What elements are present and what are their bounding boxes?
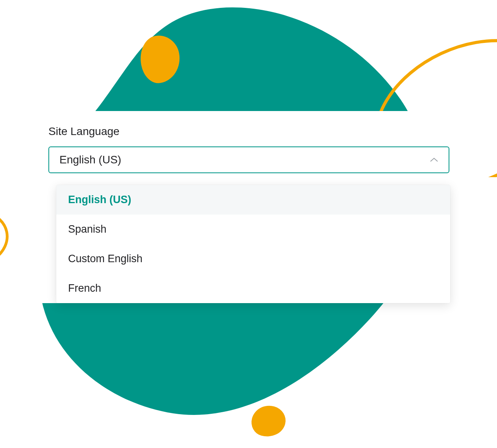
language-dropdown: English (US) Spanish Custom English Fren… — [56, 185, 450, 303]
language-select[interactable]: English (US) — [48, 146, 449, 173]
dropdown-option-french[interactable]: French — [56, 274, 450, 303]
decorative-orange-dot-top — [137, 32, 183, 86]
chevron-up-icon — [430, 157, 438, 163]
dropdown-option-custom-english[interactable]: Custom English — [56, 244, 450, 274]
decorative-arc-left — [0, 209, 24, 264]
dropdown-option-english-us[interactable]: English (US) — [56, 185, 450, 215]
dropdown-option-spanish[interactable]: Spanish — [56, 215, 450, 244]
decorative-orange-dot-bottom — [248, 402, 289, 441]
language-select-card: Site Language English (US) English (US) … — [30, 111, 468, 303]
field-label: Site Language — [48, 125, 449, 138]
language-select-value: English (US) — [59, 154, 121, 166]
